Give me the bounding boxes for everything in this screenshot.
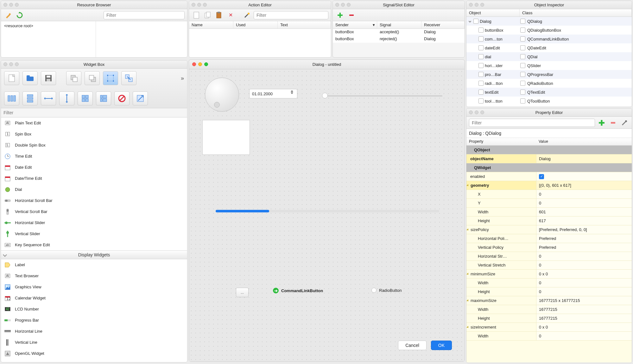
object-row[interactable]: pro…BarQProgressBar bbox=[466, 70, 632, 79]
property-row[interactable]: maximumSize16777215 x 16777215 bbox=[466, 296, 632, 305]
close-dot[interactable] bbox=[3, 3, 7, 7]
widget-item[interactable]: Date Edit bbox=[1, 162, 187, 173]
property-row[interactable]: Width0 bbox=[466, 279, 632, 287]
widget-item[interactable]: OpenGL Widget bbox=[1, 348, 187, 359]
object-row[interactable]: dateEditQDateEdit bbox=[466, 43, 632, 52]
copy-action-icon[interactable] bbox=[203, 10, 212, 20]
property-row[interactable]: Height0 bbox=[466, 287, 632, 296]
progress-bar-widget[interactable] bbox=[216, 210, 439, 212]
widget-box-titlebar[interactable]: Widget Box bbox=[1, 60, 187, 69]
date-edit-widget[interactable]: 01.01.2000 bbox=[249, 89, 297, 98]
property-row[interactable]: Width16777215 bbox=[466, 305, 632, 314]
close-dot[interactable] bbox=[192, 3, 195, 7]
widget-list[interactable]: AIPlain Text Edit1Spin Box1.Double Spin … bbox=[1, 117, 187, 362]
object-row[interactable]: buttonBoxQDialogButtonBox bbox=[466, 26, 632, 35]
widget-item[interactable]: Horizontal Slider bbox=[1, 217, 187, 228]
save-icon[interactable] bbox=[41, 71, 56, 85]
radio-button-widget[interactable]: RadioButton bbox=[371, 288, 402, 293]
object-row[interactable]: dialQDial bbox=[466, 52, 632, 61]
property-filter-input[interactable] bbox=[469, 119, 595, 127]
horizontal-slider-widget[interactable] bbox=[322, 92, 442, 100]
send-back-icon[interactable] bbox=[66, 71, 81, 85]
object-row[interactable]: radi…ttonQRadioButton bbox=[466, 79, 632, 88]
object-row[interactable]: tool…ttonQToolButton bbox=[466, 97, 632, 105]
widget-item[interactable]: AIText Browser bbox=[1, 270, 187, 281]
property-row[interactable]: Y0 bbox=[466, 199, 632, 208]
object-tree[interactable]: DialogQDialogbuttonBoxQDialogButtonBoxco… bbox=[466, 17, 632, 107]
min-dot[interactable] bbox=[197, 3, 201, 7]
property-row[interactable]: Horizontal Str…0 bbox=[466, 252, 632, 261]
widget-item[interactable]: Horizontal Line bbox=[1, 326, 187, 337]
max-dot[interactable] bbox=[204, 62, 208, 66]
property-list[interactable]: QObjectobjectNameDialogQWidgetenabled✓ge… bbox=[466, 146, 632, 362]
section-display-widgets[interactable]: Display Widgets bbox=[1, 250, 187, 259]
widget-filter-input[interactable] bbox=[3, 109, 185, 116]
action-table[interactable] bbox=[189, 29, 331, 57]
widget-item[interactable]: Progress Bar bbox=[1, 315, 187, 326]
form-titlebar[interactable]: Dialog - untitled bbox=[189, 60, 465, 69]
widget-item[interactable]: Time Edit bbox=[1, 151, 187, 162]
property-row[interactable]: X0 bbox=[466, 190, 632, 199]
resource-browser-titlebar[interactable]: Resource Browser bbox=[1, 1, 187, 9]
max-dot[interactable] bbox=[15, 62, 19, 66]
min-dot[interactable] bbox=[9, 62, 13, 66]
property-row[interactable]: sizePolicy[Preferred, Preferred, 0, 0] bbox=[466, 225, 632, 234]
property-row[interactable]: Height617 bbox=[466, 217, 632, 225]
max-dot[interactable] bbox=[15, 3, 19, 7]
slider-thumb[interactable] bbox=[322, 93, 328, 98]
property-editor-titlebar[interactable]: Property Editor bbox=[466, 109, 632, 117]
tool-button-widget[interactable]: ... bbox=[236, 288, 249, 297]
vlayout-icon[interactable] bbox=[22, 91, 38, 105]
property-row[interactable]: Vertical Stretch0 bbox=[466, 261, 632, 270]
resource-tree[interactable]: <resource root> bbox=[1, 21, 96, 57]
widget-item[interactable]: 1Spin Box bbox=[1, 129, 187, 140]
edit-icon[interactable] bbox=[3, 10, 13, 20]
object-inspector-titlebar[interactable]: Object Inspector bbox=[466, 1, 632, 9]
adjust-size-icon[interactable] bbox=[133, 91, 148, 105]
widget-item[interactable]: abiKey Sequence Edit bbox=[1, 239, 187, 250]
cancel-button[interactable]: Cancel bbox=[398, 341, 427, 350]
connection-row[interactable]: buttonBoxrejected()Dialog bbox=[333, 36, 465, 43]
text-edit-widget[interactable] bbox=[202, 120, 250, 155]
widget-item[interactable]: 12Calendar Widget bbox=[1, 292, 187, 304]
widget-item[interactable]: 1.Double Spin Box bbox=[1, 140, 187, 151]
max-dot[interactable] bbox=[480, 3, 484, 7]
object-row[interactable]: textEditQTextEdit bbox=[466, 88, 632, 97]
min-dot[interactable] bbox=[9, 3, 13, 7]
max-dot[interactable] bbox=[480, 110, 484, 114]
widget-item[interactable]: Dial bbox=[1, 184, 187, 195]
min-dot[interactable] bbox=[475, 3, 478, 7]
new-action-icon[interactable] bbox=[192, 10, 201, 20]
bring-front-icon[interactable] bbox=[85, 71, 100, 85]
object-row[interactable]: com…tonQCommandLinkButton bbox=[466, 35, 632, 43]
configure-icon[interactable] bbox=[242, 10, 252, 20]
remove-property-icon[interactable] bbox=[608, 118, 618, 128]
property-row[interactable]: objectNameDialog bbox=[466, 154, 632, 163]
object-row[interactable]: hori…iderQSlider bbox=[466, 61, 632, 70]
add-connection-icon[interactable] bbox=[335, 10, 345, 20]
new-form-icon[interactable] bbox=[4, 71, 19, 85]
reload-icon[interactable] bbox=[15, 10, 24, 20]
widget-item[interactable]: Label bbox=[1, 259, 187, 270]
close-dot[interactable] bbox=[469, 3, 473, 7]
spin-up-icon[interactable] bbox=[291, 90, 293, 92]
edit-signals-icon[interactable] bbox=[121, 71, 136, 85]
add-property-icon[interactable] bbox=[597, 118, 606, 128]
paste-action-icon[interactable] bbox=[214, 10, 224, 20]
widget-item[interactable]: Vertical Scroll Bar bbox=[1, 206, 187, 217]
action-editor-titlebar[interactable]: Action Editor bbox=[189, 1, 331, 9]
min-dot[interactable] bbox=[341, 3, 345, 7]
edit-widgets-icon[interactable] bbox=[103, 71, 118, 85]
close-dot[interactable] bbox=[3, 62, 7, 66]
action-filter-input[interactable] bbox=[254, 11, 328, 19]
property-row[interactable]: sizeIncrement0 x 0 bbox=[466, 323, 632, 332]
property-row[interactable]: Vertical PolicyPreferred bbox=[466, 243, 632, 252]
close-dot[interactable] bbox=[335, 3, 339, 7]
property-row[interactable]: Horizontal Poli…Preferred bbox=[466, 234, 632, 243]
vsplit-icon[interactable] bbox=[59, 91, 74, 105]
resource-filter-input[interactable] bbox=[104, 11, 185, 19]
overflow-icon[interactable]: » bbox=[181, 75, 184, 82]
widget-item[interactable]: Date/Time Edit bbox=[1, 173, 187, 184]
hsplit-icon[interactable] bbox=[41, 91, 56, 105]
signal-table[interactable]: buttonBoxaccepted()DialogbuttonBoxreject… bbox=[333, 29, 465, 43]
